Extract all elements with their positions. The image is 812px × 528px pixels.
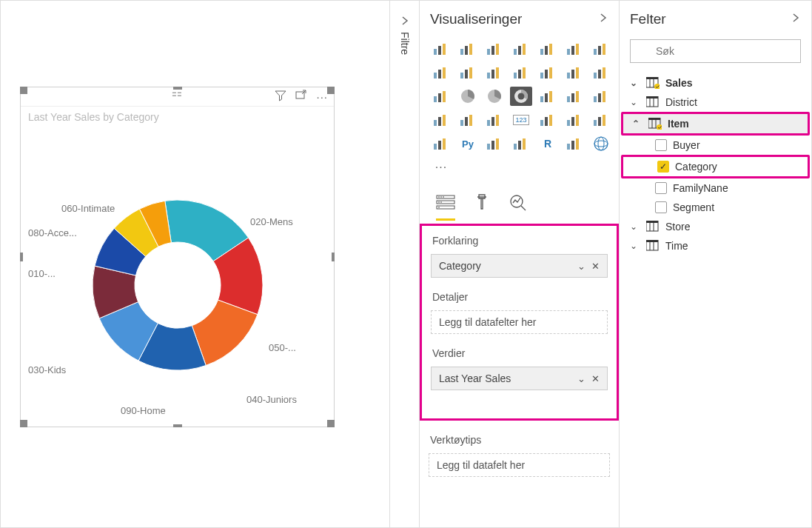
- chevron-down-icon[interactable]: ⌄: [630, 78, 640, 88]
- chevron-down-icon[interactable]: ⌄: [630, 97, 640, 107]
- viz-type-pie[interactable]: [483, 87, 506, 106]
- svg-rect-4: [460, 49, 463, 55]
- viz-type-map[interactable]: [537, 87, 559, 106]
- collapse-icon[interactable]: [598, 13, 608, 26]
- filters-pane-collapsed[interactable]: Filtre: [389, 1, 419, 527]
- expand-icon[interactable]: [399, 16, 411, 26]
- viz-type-gauge[interactable]: [430, 110, 452, 130]
- svg-rect-58: [603, 91, 605, 102]
- chevron-down-icon[interactable]: ⌄: [630, 241, 640, 251]
- viz-type-r-tbl[interactable]: [430, 134, 452, 153]
- field-checkbox-checked[interactable]: [657, 161, 669, 173]
- analytics-tab-icon[interactable]: [509, 193, 528, 221]
- wells-highlight: Forklaring Category ⌄ ✕ Detaljer Legg ti…: [420, 224, 619, 421]
- more-options-icon[interactable]: ···: [316, 90, 328, 103]
- viz-type-waterfall[interactable]: [563, 63, 585, 82]
- field-checkbox[interactable]: [655, 201, 667, 213]
- filter-icon[interactable]: [275, 90, 286, 104]
- field-familyname[interactable]: FamilyNane: [621, 178, 810, 198]
- viz-type-123[interactable]: 123: [510, 110, 532, 130]
- viz-type-r[interactable]: R: [537, 134, 559, 153]
- viz-type-area[interactable]: [430, 63, 452, 82]
- viz-type-globe[interactable]: [590, 134, 612, 153]
- field-checkbox[interactable]: [655, 139, 667, 151]
- legend-field-pill[interactable]: Category ⌄ ✕: [431, 254, 608, 278]
- chevron-down-icon[interactable]: ⌄: [577, 373, 585, 384]
- field-buyer[interactable]: Buyer: [621, 136, 810, 155]
- viz-type-col-clustered[interactable]: [510, 39, 532, 59]
- chevron-up-icon[interactable]: ⌃: [632, 118, 642, 129]
- focus-mode-icon[interactable]: [295, 90, 307, 104]
- viz-type-ellipsis[interactable]: ···: [430, 158, 452, 177]
- viz-type-card[interactable]: [457, 110, 479, 130]
- details-drop-target[interactable]: Legg til datafelter her: [431, 310, 608, 334]
- viz-type-table[interactable]: [563, 110, 585, 130]
- report-canvas[interactable]: ━━━━ ··· Last Year Sales by Category 020…: [1, 1, 389, 527]
- svg-rect-67: [496, 115, 499, 126]
- viz-type-line-col2[interactable]: [510, 63, 532, 82]
- donut-chart-visual[interactable]: ━━━━ ··· Last Year Sales by Category 020…: [20, 87, 335, 427]
- viz-type-slicer[interactable]: [537, 110, 559, 130]
- viz-type-ribbon[interactable]: [537, 63, 559, 82]
- viz-type-kpi[interactable]: [483, 110, 506, 130]
- table-item[interactable]: ⌃ Item: [621, 112, 810, 136]
- fields-tab-icon[interactable]: [436, 193, 455, 221]
- viz-type-key[interactable]: [510, 134, 532, 153]
- svg-rect-5: [465, 46, 468, 55]
- viz-type-tbl2[interactable]: [483, 134, 506, 153]
- field-checkbox[interactable]: [655, 182, 667, 194]
- svg-rect-53: [567, 96, 570, 102]
- legend-field-value: Category: [439, 260, 481, 272]
- field-segment[interactable]: Segment: [621, 198, 810, 217]
- resize-handle[interactable]: [20, 87, 27, 94]
- viz-type-scatter[interactable]: [590, 63, 612, 82]
- search-input[interactable]: [630, 39, 801, 63]
- viz-type-treemap[interactable]: [430, 87, 452, 106]
- svg-rect-70: [549, 115, 552, 126]
- table-store[interactable]: ⌄ Store: [621, 217, 810, 236]
- values-field-pill[interactable]: Last Year Sales ⌄ ✕: [431, 367, 608, 390]
- svg-rect-31: [514, 73, 517, 78]
- table-sales[interactable]: ⌄ Sales: [621, 73, 810, 93]
- format-tab-icon[interactable]: [473, 193, 491, 221]
- field-label: Segment: [673, 201, 714, 213]
- viz-type-pie-basic[interactable]: [457, 87, 479, 106]
- table-time[interactable]: ⌄ Time: [621, 236, 810, 255]
- viz-type-bar-stacked[interactable]: [430, 39, 452, 59]
- table-label: Time: [665, 240, 688, 252]
- table-district[interactable]: ⌄ District: [621, 93, 810, 112]
- viz-type-col-100[interactable]: [537, 39, 559, 59]
- field-category[interactable]: Category: [621, 155, 810, 178]
- viz-type-bar-100[interactable]: [563, 39, 585, 59]
- remove-field-icon[interactable]: ✕: [591, 373, 600, 384]
- svg-rect-7: [487, 49, 490, 55]
- table-icon: [648, 118, 662, 130]
- tooltips-drop-target[interactable]: Legg til datafelt her: [429, 453, 610, 477]
- resize-handle[interactable]: [20, 420, 27, 427]
- viz-type-py[interactable]: Py: [457, 134, 479, 153]
- svg-rect-75: [598, 117, 601, 126]
- viz-type-col-stacked[interactable]: [483, 39, 506, 59]
- chevron-down-icon[interactable]: ⌄: [630, 221, 640, 232]
- svg-rect-118: [646, 221, 658, 223]
- viz-type-line-col[interactable]: [483, 63, 506, 82]
- viz-type-line[interactable]: [590, 39, 612, 59]
- drag-grip-icon[interactable]: ━━━━: [172, 92, 183, 98]
- svg-rect-19: [594, 49, 597, 55]
- chevron-down-icon[interactable]: ⌄: [577, 261, 585, 272]
- resize-handle[interactable]: [173, 424, 182, 427]
- svg-rect-80: [487, 144, 490, 150]
- viz-type-donut[interactable]: [510, 87, 532, 106]
- resize-handle[interactable]: [327, 87, 335, 94]
- resize-handle[interactable]: [327, 420, 335, 427]
- viz-type-scatter2[interactable]: [563, 134, 585, 153]
- remove-field-icon[interactable]: ✕: [591, 261, 600, 272]
- viz-type-area-stacked[interactable]: [457, 63, 479, 82]
- viz-type-bar-clustered[interactable]: [457, 39, 479, 59]
- svg-rect-32: [518, 70, 521, 78]
- viz-type-filled-map[interactable]: [563, 87, 585, 106]
- viz-type-matrix[interactable]: [590, 110, 612, 130]
- collapse-icon[interactable]: [791, 13, 801, 26]
- svg-rect-77: [434, 144, 437, 150]
- viz-type-funnel[interactable]: [590, 87, 612, 106]
